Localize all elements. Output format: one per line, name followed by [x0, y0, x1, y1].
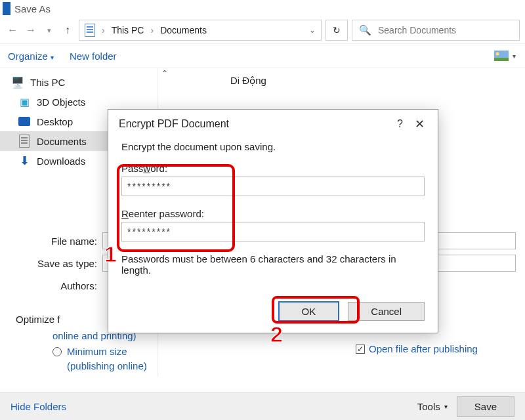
checkbox-checked-icon[interactable]: ✓	[356, 345, 365, 354]
crumb-this-pc[interactable]: This PC	[112, 25, 144, 35]
encrypt-pdf-dialog: Encrypt PDF Document ? ✕ Encrypt the doc…	[108, 109, 438, 333]
crumb-documents[interactable]: Documents	[160, 25, 207, 35]
save-button[interactable]: Save	[457, 396, 514, 417]
download-icon: ⬇	[18, 155, 30, 167]
opt-min-line1: Minimum size	[67, 346, 127, 357]
file-name-label: File name:	[16, 236, 102, 247]
cube-icon: ▣	[18, 96, 30, 108]
dialog-footer: Hide Folders Tools▾ Save	[0, 392, 525, 420]
search-placeholder: Search Documents	[378, 25, 456, 35]
chevron-right-icon: ›	[102, 25, 105, 35]
nav-recent-caret[interactable]: ▾	[42, 23, 56, 37]
search-input[interactable]: 🔍 Search Documents	[352, 20, 520, 41]
refresh-button[interactable]: ↻	[326, 20, 348, 41]
chevron-right-icon: ›	[150, 25, 154, 35]
sidebar-label: This PC	[30, 77, 65, 88]
app-icon	[3, 2, 10, 15]
location-icon	[85, 24, 95, 37]
new-folder-button[interactable]: New folder	[62, 51, 125, 62]
help-button[interactable]: ?	[388, 118, 412, 130]
search-icon: 🔍	[359, 24, 371, 36]
password-hint: Passwords must be between 6 characters a…	[121, 253, 425, 276]
password-input[interactable]	[121, 177, 425, 196]
window-title: Save As	[14, 3, 51, 14]
optimize-minimum-label[interactable]: Minimum size (publishing online)	[67, 345, 147, 373]
folder-item[interactable]: Di Động	[230, 75, 266, 87]
pc-icon: 🖥️	[12, 76, 24, 88]
organize-label: Organize	[8, 51, 48, 62]
reenter-password-label: Reenter password:	[121, 208, 425, 219]
refresh-icon: ↻	[333, 25, 341, 35]
breadcrumb[interactable]: › This PC › Documents ⌄	[79, 20, 322, 41]
save-as-type-label: Save as type:	[16, 258, 102, 269]
chevron-down-icon: ▾	[444, 403, 448, 410]
sidebar-item-this-pc[interactable]: 🖥️This PC	[0, 72, 158, 92]
nav-back-button: ←	[5, 23, 20, 37]
cancel-button[interactable]: Cancel	[348, 302, 425, 321]
desktop-icon	[18, 117, 30, 126]
open-after-publishing[interactable]: ✓ Open file after publishing	[356, 343, 478, 354]
close-button[interactable]: ✕	[412, 117, 427, 131]
organize-menu[interactable]: Organize▾	[0, 51, 62, 62]
scroll-up-icon[interactable]: ⌃	[161, 68, 169, 79]
ok-button[interactable]: OK	[279, 302, 339, 321]
breadcrumb-dropdown-icon[interactable]: ⌄	[309, 26, 316, 35]
hide-folders-link[interactable]: Hide Folders	[10, 401, 66, 412]
authors-label: Authors:	[16, 280, 102, 291]
sidebar-label: Downloads	[37, 156, 85, 167]
reenter-password-input[interactable]	[121, 222, 425, 242]
open-after-label: Open file after publishing	[369, 343, 478, 354]
dialog-title: Encrypt PDF Document	[119, 118, 229, 130]
chevron-down-icon: ▾	[51, 54, 54, 61]
view-mode-icon[interactable]	[494, 51, 509, 61]
sidebar-label: Desktop	[37, 116, 73, 127]
dialog-body: Encrypt the document upon saving. Passwo…	[108, 138, 438, 333]
document-icon	[19, 135, 30, 148]
radio-minimum[interactable]	[52, 347, 62, 356]
view-mode-caret[interactable]: ▾	[509, 52, 522, 60]
optimize-label: Optimize f	[16, 314, 60, 325]
password-label: Password:	[121, 163, 425, 174]
nav-forward-button: →	[24, 23, 38, 37]
toolbar: Organize▾ New folder ▾	[0, 43, 525, 68]
sidebar-label: 3D Objects	[37, 96, 85, 108]
dialog-lead-text: Encrypt the document upon saving.	[121, 141, 425, 152]
opt-min-line2: (publishing online)	[67, 360, 147, 371]
tools-menu[interactable]: Tools▾	[417, 401, 448, 412]
svg-rect-1	[494, 58, 509, 61]
nav-up-button[interactable]: ↑	[60, 23, 75, 37]
svg-point-2	[496, 52, 499, 56]
dialog-titlebar: Encrypt PDF Document ? ✕	[108, 110, 438, 138]
address-bar: ← → ▾ ↑ › This PC › Documents ⌄ ↻ 🔍 Sear…	[0, 17, 525, 43]
title-bar: Save As	[0, 0, 525, 17]
sidebar-label: Documents	[37, 136, 87, 147]
tools-label: Tools	[417, 401, 440, 412]
